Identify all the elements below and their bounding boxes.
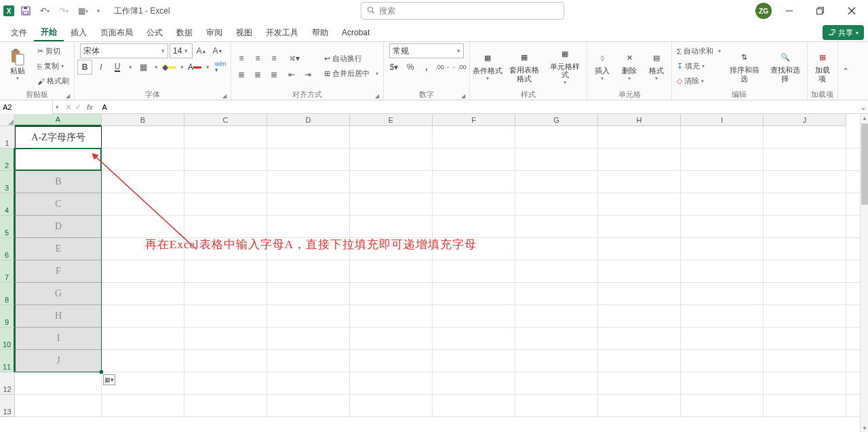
column-header[interactable]: I (681, 114, 764, 126)
cell[interactable]: B (15, 171, 102, 193)
cell[interactable]: J (15, 350, 102, 372)
spreadsheet-grid[interactable]: ABCDEFGHIJ 12345678910111213 A-Z字母序号ABCD… (0, 114, 868, 432)
cell[interactable]: E (15, 238, 102, 260)
dialog-launcher-icon[interactable]: ◢ (221, 93, 228, 100)
chevron-down-icon[interactable]: ▾ (178, 60, 186, 75)
cancel-formula-icon[interactable]: ✕ (65, 102, 72, 112)
enter-formula-icon[interactable]: ✓ (75, 102, 81, 112)
minimize-button[interactable] (776, 1, 803, 20)
scroll-down-icon[interactable]: ▼ (861, 424, 868, 432)
align-bottom-button[interactable]: ≡ (267, 51, 281, 66)
fill-button[interactable]: ↧填充▾ (675, 60, 723, 73)
tab-帮助[interactable]: 帮助 (305, 24, 335, 41)
cell-a1[interactable]: A-Z字母序号 (15, 126, 102, 149)
tab-开发工具[interactable]: 开发工具 (259, 24, 305, 41)
scroll-up-icon[interactable]: ▲ (861, 114, 868, 122)
align-top-button[interactable]: ≡ (234, 51, 249, 66)
cell[interactable]: H (15, 305, 102, 328)
cell-styles-button[interactable]: ▦单元格样式▾ (546, 45, 584, 87)
insert-cells-button[interactable]: ⎀插入▾ (590, 45, 614, 87)
comma-button[interactable]: , (419, 60, 434, 75)
cell[interactable]: F (15, 260, 102, 283)
column-header[interactable]: E (350, 114, 433, 126)
tab-审阅[interactable]: 审阅 (199, 24, 229, 41)
increase-font-button[interactable]: A▲ (194, 43, 209, 58)
bold-button[interactable]: B (77, 60, 92, 75)
autosum-button[interactable]: Σ自动求和▾ (675, 45, 723, 58)
redo-button[interactable]: ↷ ▾ (56, 3, 72, 19)
search-box[interactable]: 搜索 (361, 2, 564, 20)
share-button[interactable]: 共享 ▾ (823, 25, 864, 40)
tab-插入[interactable]: 插入 (64, 24, 94, 41)
italic-button[interactable]: I (94, 60, 108, 75)
scroll-thumb[interactable] (861, 123, 868, 205)
decrease-font-button[interactable]: A▼ (210, 43, 225, 58)
close-button[interactable] (838, 1, 865, 20)
row-header[interactable]: 10 (0, 328, 15, 350)
font-name-combo[interactable]: 宋体▾ (80, 43, 168, 58)
row-header[interactable]: 2 (0, 149, 15, 171)
column-header[interactable]: G (515, 114, 598, 126)
user-avatar[interactable]: ZG (755, 3, 772, 19)
chevron-down-icon[interactable]: ▾ (126, 60, 134, 75)
autofill-options-icon[interactable]: ▦▾ (103, 374, 115, 385)
fill-color-button[interactable]: ◆ (161, 60, 176, 75)
column-header[interactable]: B (102, 114, 184, 126)
fx-icon[interactable]: fx (84, 103, 96, 111)
tab-文件[interactable]: 文件 (4, 24, 34, 41)
column-header[interactable]: H (598, 114, 681, 126)
format-table-button[interactable]: ▦套用表格格式 (505, 45, 543, 87)
font-color-button[interactable]: A (187, 60, 202, 75)
currency-button[interactable]: $▾ (387, 60, 401, 75)
formula-bar-input[interactable] (100, 103, 859, 111)
format-cells-button[interactable]: ▤格式▾ (644, 45, 669, 87)
tab-数据[interactable]: 数据 (170, 24, 199, 41)
row-header[interactable]: 13 (0, 395, 15, 417)
name-box[interactable] (0, 100, 53, 114)
tab-Acrobat[interactable]: Acrobat (335, 24, 376, 41)
column-header[interactable]: D (267, 114, 350, 126)
increase-decimal-button[interactable]: .00→ (435, 60, 450, 75)
align-middle-button[interactable]: ≡ (250, 51, 265, 66)
row-header[interactable]: 11 (0, 350, 15, 372)
tab-公式[interactable]: 公式 (140, 24, 170, 41)
align-center-button[interactable]: ≣ (250, 67, 265, 82)
clear-button[interactable]: ◇清除▾ (675, 75, 723, 88)
tab-视图[interactable]: 视图 (229, 24, 259, 41)
dialog-launcher-icon[interactable]: ◢ (64, 93, 71, 100)
row-header[interactable]: 1 (0, 126, 15, 149)
column-header[interactable]: C (184, 114, 267, 126)
name-box-input[interactable] (0, 100, 52, 114)
row-header[interactable]: 9 (0, 305, 15, 328)
format-painter-button[interactable]: 🖌格式刷 (35, 75, 71, 88)
align-left-button[interactable]: ≣ (234, 67, 249, 82)
cell[interactable]: D (15, 216, 102, 238)
cells-area[interactable]: A-Z字母序号ABCDEFGHIJ▦▾ (15, 126, 868, 431)
row-header[interactable]: 4 (0, 193, 15, 216)
tab-页面布局[interactable]: 页面布局 (94, 24, 140, 41)
row-header[interactable]: 7 (0, 260, 15, 283)
row-header[interactable]: 5 (0, 216, 15, 238)
align-right-button[interactable]: ≣ (267, 67, 281, 82)
number-format-combo[interactable]: 常规▾ (389, 43, 464, 58)
paste-button[interactable]: 粘贴 ▾ (3, 45, 33, 87)
sort-filter-button[interactable]: ⇅排序和筛选 (726, 45, 764, 87)
percent-button[interactable]: % (403, 60, 418, 75)
decrease-decimal-button[interactable]: ←.00 (452, 60, 467, 75)
cell[interactable]: C (15, 193, 102, 216)
wrap-text-button[interactable]: ↩自动换行 (322, 52, 380, 66)
border-button[interactable]: ▦ (136, 60, 151, 75)
dialog-launcher-icon[interactable]: ◢ (374, 93, 380, 100)
cell[interactable]: G (15, 283, 102, 305)
conditional-format-button[interactable]: ▦条件格式▾ (473, 45, 502, 87)
vertical-scrollbar[interactable]: ▲ ▼ (860, 114, 868, 432)
row-header[interactable]: 3 (0, 171, 15, 193)
find-select-button[interactable]: 🔍查找和选择 (766, 45, 804, 87)
phonetic-button[interactable]: wén▾ (213, 60, 228, 75)
column-header[interactable]: F (433, 114, 515, 126)
undo-button[interactable]: ↶ ▾ (37, 3, 53, 19)
column-header[interactable]: J (764, 114, 846, 126)
expand-formula-bar-button[interactable]: ⌄ (859, 102, 868, 112)
dialog-launcher-icon[interactable]: ◢ (460, 93, 467, 100)
column-header[interactable]: A (15, 114, 102, 126)
